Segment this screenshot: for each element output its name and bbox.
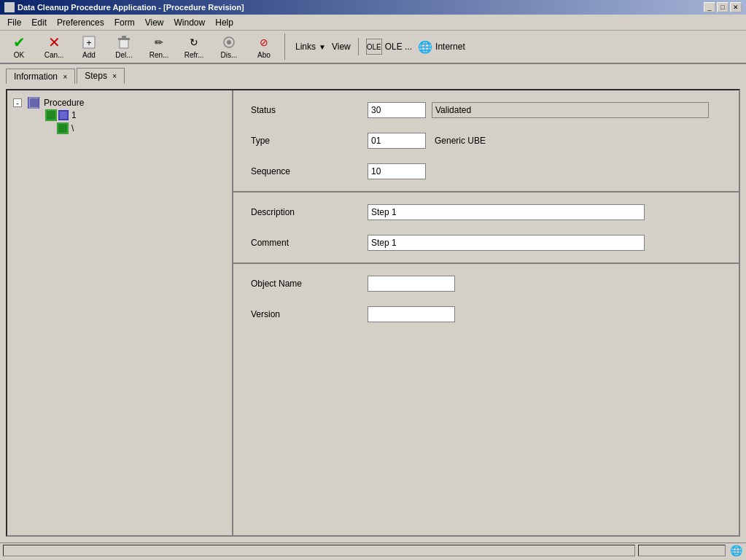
- tree-sub-step1sub: \: [36, 122, 226, 134]
- main-content: - Procedure: [0, 83, 746, 542]
- svg-point-6: [227, 40, 231, 44]
- delete-icon: [116, 34, 132, 50]
- abort-button[interactable]: ⊘ Abo: [248, 32, 280, 61]
- cancel-button[interactable]: ✕ Can...: [38, 32, 70, 61]
- toolbar-separator2: [358, 38, 359, 55]
- status-label: Status: [251, 105, 368, 115]
- form-row-sequence: Sequence: [251, 163, 721, 179]
- tree-sub-step1: 1: [25, 109, 226, 121]
- menu-form[interactable]: Form: [110, 16, 139, 29]
- minimize-button[interactable]: _: [704, 2, 715, 12]
- step1-icon-green: [45, 109, 57, 121]
- steps-tab-close[interactable]: ×: [112, 72, 117, 80]
- sequence-label: Sequence: [251, 166, 368, 176]
- status-pane-right: [638, 545, 726, 556]
- procedure-icon: [28, 97, 39, 109]
- refresh-icon: ↻: [186, 34, 202, 50]
- description-label: Description: [251, 207, 368, 217]
- form-section-1: Status Type Generic UBE Sequence: [233, 90, 739, 192]
- svg-rect-10: [47, 111, 55, 120]
- title-bar: Data Cleanup Procedure Application - [Pr…: [0, 0, 746, 15]
- type-input[interactable]: [368, 133, 426, 149]
- comment-input[interactable]: [368, 235, 645, 251]
- svg-rect-4: [122, 36, 126, 38]
- ok-icon: ✔: [11, 34, 27, 50]
- form-row-status: Status: [251, 102, 721, 118]
- tab-steps[interactable]: Steps ×: [77, 68, 125, 84]
- restore-button[interactable]: □: [717, 2, 728, 12]
- internet-label: Internet: [435, 42, 465, 52]
- form-section-2: Description Comment: [233, 192, 739, 264]
- tree-label-step1: 1: [71, 110, 77, 120]
- menu-help[interactable]: Help: [211, 16, 238, 29]
- globe-icon: 🌐: [728, 545, 743, 556]
- status-text: [3, 545, 635, 556]
- sequence-input[interactable]: [368, 163, 426, 179]
- type-hint: Generic UBE: [435, 136, 486, 146]
- rename-button[interactable]: ✏ Ren...: [143, 32, 175, 61]
- svg-rect-14: [58, 124, 67, 133]
- svg-rect-8: [30, 98, 39, 107]
- ok-label: OK: [14, 51, 24, 59]
- cancel-icon: ✕: [46, 34, 62, 50]
- ok-button[interactable]: ✔ OK: [3, 32, 35, 61]
- version-label: Version: [251, 309, 368, 319]
- form-row-description: Description: [251, 204, 721, 220]
- title-text: Data Cleanup Procedure Application - [Pr…: [18, 3, 244, 12]
- form-row-version: Version: [251, 306, 721, 322]
- svg-text:+: +: [86, 38, 91, 48]
- internet-icon: 🌐: [418, 40, 432, 54]
- add-button[interactable]: + Add: [73, 32, 105, 61]
- svg-rect-12: [60, 112, 67, 119]
- tree-expand-procedure[interactable]: -: [13, 98, 22, 107]
- toolbar: ✔ OK ✕ Can... + Add Del... ✏ Ren... ↻ Re…: [0, 31, 746, 64]
- tree-node-procedure[interactable]: - Procedure: [13, 96, 226, 109]
- status-bar: 🌐: [0, 542, 746, 557]
- form-row-type: Type Generic UBE: [251, 133, 721, 149]
- ole-label: OLE ...: [385, 42, 412, 52]
- step1-icon-blue: [58, 110, 69, 120]
- app-icon: [4, 2, 15, 12]
- links-dropdown-icon: ▼: [319, 43, 326, 51]
- menu-view[interactable]: View: [141, 16, 168, 29]
- form-row-objectname: Object Name: [251, 276, 721, 292]
- type-label: Type: [251, 136, 368, 146]
- refresh-label: Refr...: [184, 51, 204, 59]
- comment-label: Comment: [251, 238, 368, 248]
- tab-information[interactable]: Information ×: [6, 69, 75, 84]
- abort-label: Abo: [257, 51, 271, 59]
- menu-file[interactable]: File: [3, 16, 26, 29]
- menu-preferences[interactable]: Preferences: [53, 16, 109, 29]
- menu-window[interactable]: Window: [170, 16, 210, 29]
- tree-expand-step1: [34, 111, 42, 120]
- links-label: Links: [295, 42, 316, 52]
- links-button[interactable]: Links ▼: [295, 42, 326, 52]
- view-label: View: [332, 42, 351, 52]
- objectname-input[interactable]: [368, 276, 455, 292]
- form-section-3: Object Name Version: [233, 264, 739, 334]
- objectname-label: Object Name: [251, 279, 368, 289]
- display-button[interactable]: Dis...: [213, 32, 245, 61]
- toolbar-right: Links ▼ View OLE OLE ... 🌐 Internet: [295, 38, 465, 55]
- version-input[interactable]: [368, 306, 455, 322]
- information-tab-close[interactable]: ×: [63, 73, 67, 81]
- tree-expand-sub: [45, 124, 54, 133]
- view-button[interactable]: View: [332, 42, 351, 52]
- delete-button[interactable]: Del...: [108, 32, 140, 61]
- description-input[interactable]: [368, 204, 645, 220]
- toolbar-separator: [284, 34, 285, 60]
- rename-icon: ✏: [151, 34, 167, 50]
- svg-rect-2: [120, 39, 128, 48]
- ole-button[interactable]: OLE OLE ...: [366, 39, 412, 55]
- delete-label: Del...: [115, 51, 132, 59]
- status-input[interactable]: [368, 102, 426, 118]
- internet-button[interactable]: 🌐 Internet: [418, 40, 465, 54]
- tree-panel: - Procedure: [7, 90, 233, 535]
- window-controls: _ □ ✕: [704, 2, 742, 12]
- content-panel: - Procedure: [6, 89, 740, 537]
- close-button[interactable]: ✕: [730, 2, 742, 12]
- tree-label-procedure: Procedure: [44, 98, 84, 108]
- menu-edit[interactable]: Edit: [27, 16, 51, 29]
- form-panel: Status Type Generic UBE Sequence Descrip: [233, 90, 739, 535]
- refresh-button[interactable]: ↻ Refr...: [178, 32, 210, 61]
